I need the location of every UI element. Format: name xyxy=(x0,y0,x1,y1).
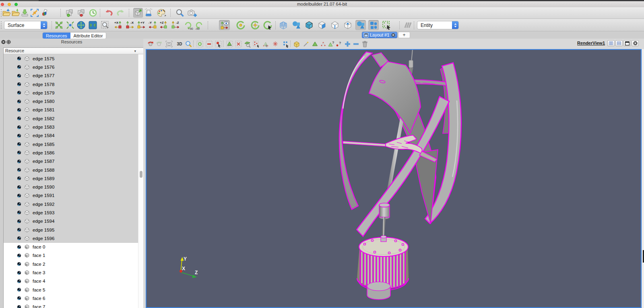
tree-item-face-6[interactable]: face 6 xyxy=(4,294,138,302)
display-transparent-icon[interactable] xyxy=(343,20,353,30)
visibility-eye-icon[interactable] xyxy=(17,90,21,95)
rotate-minus-90-icon[interactable]: -90 xyxy=(194,20,205,30)
tree-item-edge-1595[interactable]: edge 1595 xyxy=(4,226,138,234)
triangle-query-icon[interactable]: ? xyxy=(327,40,335,48)
undo-icon[interactable] xyxy=(104,8,114,18)
camera-snapshot-icon[interactable] xyxy=(165,40,173,48)
visibility-eye-icon[interactable] xyxy=(17,65,21,69)
tree-item-edge-1578[interactable]: edge 1578 xyxy=(4,80,138,88)
import-folder-icon[interactable] xyxy=(11,8,21,18)
layout-tab[interactable]: Layout #1 xyxy=(362,32,397,38)
visibility-eye-icon[interactable] xyxy=(17,125,21,129)
tree-item-edge-1590[interactable]: edge 1590 xyxy=(4,183,138,191)
save-icon[interactable] xyxy=(20,8,30,18)
select-triangle-icon[interactable] xyxy=(225,40,233,48)
viewport-canvas[interactable]: Y X Z xyxy=(147,50,641,307)
tree-item-face-3[interactable]: face 3 xyxy=(4,268,138,277)
visibility-eye-icon[interactable] xyxy=(17,210,21,215)
rotate-view-red-icon[interactable] xyxy=(147,40,155,48)
select-points-icon[interactable] xyxy=(252,40,260,48)
zoom-magnifier-icon[interactable] xyxy=(184,40,192,48)
tree-item-edge-1588[interactable]: edge 1588 xyxy=(4,166,138,174)
tree-item-face-0[interactable]: face 0 xyxy=(4,243,138,251)
tree-item-edge-1586[interactable]: edge 1586 xyxy=(4,148,138,157)
visibility-eye-icon[interactable] xyxy=(17,142,21,146)
export-selection-icon[interactable] xyxy=(30,8,39,18)
tab-attribute-editor[interactable]: Attribute Editor xyxy=(70,33,106,39)
zoom-out-region-icon[interactable] xyxy=(205,40,213,48)
pick-select[interactable]: Entity xyxy=(417,21,459,29)
tree-item-edge-1582[interactable]: edge 1582 xyxy=(4,114,138,123)
deselect-x-icon[interactable] xyxy=(234,40,242,48)
history-clock-icon[interactable] xyxy=(88,8,98,18)
fit-expand-icon[interactable] xyxy=(54,20,64,30)
tree-item-edge-1581[interactable]: edge 1581 xyxy=(4,106,138,114)
visibility-eye-icon[interactable] xyxy=(17,228,21,232)
tree-item-face-5[interactable]: face 5 xyxy=(4,285,138,294)
spin-view-a-icon[interactable] xyxy=(235,20,246,30)
visibility-eye-icon[interactable] xyxy=(17,185,21,189)
tree-item-edge-1587[interactable]: edge 1587 xyxy=(4,157,138,166)
select-asterisk-icon[interactable] xyxy=(271,40,279,48)
visibility-eye-icon[interactable] xyxy=(17,176,21,181)
view-minus-y-icon[interactable]: -Y xyxy=(147,20,158,30)
tree-item-edge-1594[interactable]: edge 1594 xyxy=(4,217,138,226)
tree-item-edge-1576[interactable]: edge 1576 xyxy=(4,63,138,71)
visibility-eye-icon[interactable] xyxy=(17,236,21,240)
rotate-view-gray-icon[interactable] xyxy=(155,40,163,48)
tree-item-edge-1592[interactable]: edge 1592 xyxy=(4,200,138,208)
visibility-eye-icon[interactable] xyxy=(17,253,21,258)
view-plus-x-icon[interactable]: +X xyxy=(113,20,124,30)
tree-item-edge-1585[interactable]: edge 1585 xyxy=(4,140,138,148)
tree-item-edge-1575[interactable]: edge 1575 xyxy=(4,54,138,63)
display-flat-icon[interactable] xyxy=(304,20,314,30)
beaker-select-icon[interactable] xyxy=(144,8,153,18)
camera-add-icon[interactable] xyxy=(187,8,197,18)
view-minus-x-icon[interactable]: -X xyxy=(124,20,135,30)
visibility-eye-icon[interactable] xyxy=(17,82,21,86)
fit-square-icon[interactable] xyxy=(88,20,98,30)
zoom-tool-icon[interactable] xyxy=(175,8,185,18)
visibility-eye-icon[interactable] xyxy=(17,99,21,104)
split-horizontal-button[interactable] xyxy=(615,40,623,46)
visibility-eye-icon[interactable] xyxy=(17,133,21,138)
tab-resources[interactable]: Resources xyxy=(43,33,70,39)
axis-visibility-icon[interactable] xyxy=(219,20,230,30)
visibility-eye-icon[interactable] xyxy=(17,150,21,155)
visibility-eye-icon[interactable] xyxy=(17,116,21,121)
view-plus-z-icon[interactable]: +Z xyxy=(159,20,169,30)
visibility-eye-icon[interactable] xyxy=(17,219,21,224)
fit-circle-icon[interactable] xyxy=(76,20,86,30)
tree-item-edge-1596[interactable]: edge 1596 xyxy=(4,234,138,242)
box-zoom-yellow-icon[interactable] xyxy=(293,40,301,48)
zoom-window-icon[interactable] xyxy=(100,20,110,30)
visibility-eye-icon[interactable] xyxy=(17,74,21,78)
zoom-select-icon[interactable] xyxy=(214,40,222,48)
select-group-icon[interactable] xyxy=(281,40,289,48)
spin-view-b-icon[interactable] xyxy=(250,20,260,30)
tree-item-face-1[interactable]: face 1 xyxy=(4,251,138,260)
visibility-eye-icon[interactable] xyxy=(17,262,21,266)
entity-type-select[interactable]: Surface xyxy=(4,21,47,29)
view-minus-z-icon[interactable]: -Z xyxy=(170,20,181,30)
tree-item-edge-1579[interactable]: edge 1579 xyxy=(4,88,138,97)
tree-item-edge-1577[interactable]: edge 1577 xyxy=(4,72,138,80)
visibility-eye-icon[interactable] xyxy=(17,271,21,275)
visibility-eye-icon[interactable] xyxy=(17,202,21,206)
palette-icon[interactable] xyxy=(156,8,167,18)
sidebar-close-icon[interactable] xyxy=(1,40,6,44)
cube-arrow-icon[interactable] xyxy=(133,8,143,18)
display-composite-icon[interactable] xyxy=(368,20,379,30)
display-wireframe-icon[interactable] xyxy=(278,20,289,30)
view-plus-y-icon[interactable]: +Y xyxy=(136,20,147,30)
points-triad-icon[interactable] xyxy=(319,40,327,48)
slash-disabled-icon[interactable] xyxy=(402,20,412,30)
label-3d[interactable]: 3D xyxy=(175,40,184,48)
zoom-in-region-icon[interactable] xyxy=(196,40,204,48)
display-shaded-edges-icon[interactable] xyxy=(355,20,366,30)
webcut-green-icon[interactable] xyxy=(65,8,74,18)
tree-item-edge-1589[interactable]: edge 1589 xyxy=(4,174,138,183)
render-view-label[interactable]: RenderView1 xyxy=(577,41,605,45)
visibility-eye-icon[interactable] xyxy=(17,159,21,164)
display-hiddenline-icon[interactable] xyxy=(330,20,340,30)
